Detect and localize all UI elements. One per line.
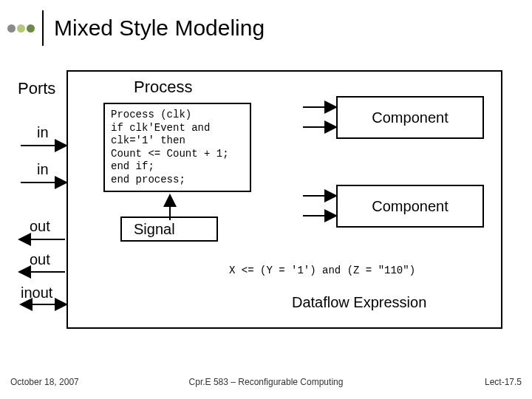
- dot-icon: [27, 24, 35, 33]
- title-bar: Mixed Style Modeling: [7, 10, 265, 46]
- slide-title: Mixed Style Modeling: [54, 16, 265, 41]
- port-out-2: out: [30, 251, 50, 268]
- dot-icon: [17, 24, 25, 33]
- brand-dots: [7, 24, 35, 33]
- footer-course: Cpr.E 583 – Reconfigurable Computing: [189, 377, 344, 387]
- dataflow-code: X <= (Y = '1') and (Z = "110"): [229, 265, 415, 276]
- divider-icon: [42, 10, 44, 46]
- footer-date: October 18, 2007: [10, 377, 79, 387]
- dataflow-label: Dataflow Expression: [292, 294, 426, 311]
- port-inout: inout: [21, 284, 52, 301]
- process-heading: Process: [134, 78, 192, 97]
- process-code-box: Process (clk) if clk'Event and clk='1' t…: [103, 103, 251, 192]
- footer-page: Lect-17.5: [485, 377, 522, 387]
- port-in-2: in: [37, 161, 49, 178]
- dot-icon: [7, 24, 16, 33]
- signal-label: Signal: [134, 221, 175, 238]
- port-in-1: in: [37, 124, 49, 141]
- component-label-1: Component: [372, 109, 448, 126]
- port-out-1: out: [30, 218, 50, 235]
- component-label-2: Component: [372, 198, 448, 215]
- ports-heading: Ports: [18, 79, 55, 98]
- component-box-1: Component: [336, 96, 484, 139]
- component-box-2: Component: [336, 185, 484, 228]
